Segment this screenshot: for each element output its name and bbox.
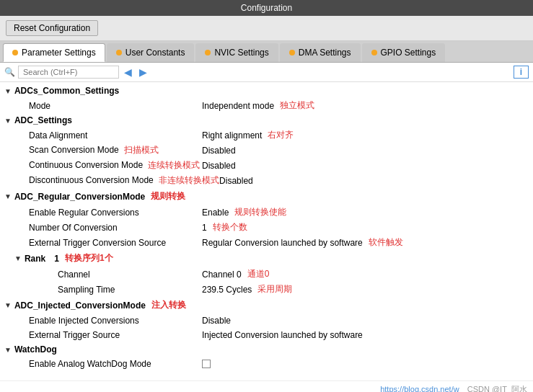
tab-dot-nvic — [205, 50, 211, 55]
info-button[interactable]: i — [514, 66, 529, 79]
row-value-sampling: 239.5 Cycles — [202, 285, 252, 295]
section-label-rank: Rank — [25, 254, 45, 264]
row-data-alignment: Data Alignment Right alignment 右对齐 — [0, 128, 533, 143]
collapse-arrow-watchdog: ▼ — [4, 346, 12, 354]
row-value-ext-trigger-injected: Injected Conversion launched by software — [202, 330, 363, 340]
section-header-adc-injected[interactable]: ▼ ADC_Injected_ConversionMode 注入转换 — [0, 297, 533, 313]
row-value-cn-ext-trigger: 软件触发 — [369, 236, 403, 249]
section-label-cn-adc-regular: 规则转换 — [151, 190, 185, 202]
tab-label-nvic: NVIC Settings — [214, 48, 268, 58]
watermark-author: CSDN @IT_阿水 — [467, 385, 527, 392]
row-label-watchdog-mode: Enable Analog WatchDog Mode — [0, 359, 202, 369]
section-label-adc-injected: ADC_Injected_ConversionMode — [14, 300, 146, 311]
collapse-arrow-adc-regular: ▼ — [4, 192, 12, 200]
tab-nvic[interactable]: NVIC Settings — [195, 43, 278, 62]
section-adc-settings: ▼ ADC_Settings Data Alignment Right alig… — [0, 113, 533, 188]
section-label-adc-settings: ADC_Settings — [14, 115, 72, 125]
tab-dot-gpio — [371, 50, 377, 55]
watermark: https://blog.csdn.net/w CSDN @IT_阿水 — [0, 380, 533, 392]
section-label-adc-common: ADCs_Common_Settings — [14, 86, 119, 96]
section-header-adc-settings[interactable]: ▼ ADC_Settings — [0, 113, 533, 128]
row-label-cn-continuous: 连续转换模式 — [148, 160, 200, 170]
row-discontinuous-conversion: Discontinuous Conversion Mode 非连续转换模式 Di… — [0, 173, 533, 188]
tab-dma[interactable]: DMA Settings — [280, 43, 361, 62]
row-ext-trigger: External Trigger Conversion Source Regul… — [0, 235, 533, 250]
row-label-channel: Channel — [0, 270, 202, 280]
section-label-adc-regular: ADC_Regular_ConversionMode — [14, 192, 145, 202]
section-header-adc-regular[interactable]: ▼ ADC_Regular_ConversionMode 规则转换 — [0, 188, 533, 205]
row-value-cn-data-alignment: 右对齐 — [268, 129, 294, 141]
row-enable-regular: Enable Regular Conversions Enable 规则转换使能 — [0, 205, 533, 220]
row-value-cn-number-conversion: 转换个数 — [213, 221, 247, 233]
title-label: Configuration — [241, 3, 292, 13]
row-value-discontinuous: Disabled — [219, 176, 253, 186]
section-adc-regular: ▼ ADC_Regular_ConversionMode 规则转换 Enable… — [0, 188, 533, 250]
row-value-continuous: Disabled — [202, 161, 236, 171]
row-value-data-alignment: Right alignment — [202, 130, 262, 141]
row-value-mode: Independent mode — [202, 101, 274, 111]
row-label-cn-scan: 扫描模式 — [124, 145, 159, 155]
section-header-watchdog[interactable]: ▼ WatchDog — [0, 342, 533, 357]
row-label-continuous: Continuous Conversion Mode 连续转换模式 — [0, 159, 202, 172]
row-value-enable-injected: Disable — [202, 316, 231, 326]
row-label-discontinuous: Discontinuous Conversion Mode 非连续转换模式 — [0, 174, 219, 187]
section-rank-value: 1 — [54, 254, 59, 264]
nav-prev-arrow[interactable]: ◀ — [122, 66, 134, 78]
row-watchdog-mode: Enable Analog WatchDog Mode — [0, 357, 533, 371]
tab-label-dma: DMA Settings — [299, 48, 351, 58]
section-adc-injected: ▼ ADC_Injected_ConversionMode 注入转换 Enabl… — [0, 297, 533, 342]
row-value-ext-trigger: Regular Conversion launched by software — [202, 238, 363, 248]
row-enable-injected: Enable Injected Conversions Disable — [0, 313, 533, 328]
row-value-channel: Channel 0 — [202, 270, 242, 280]
row-label-enable-injected: Enable Injected Conversions — [0, 316, 202, 326]
tab-label-gpio: GPIO Settings — [381, 48, 436, 58]
row-sampling-time: Sampling Time 239.5 Cycles 采用周期 — [0, 282, 533, 297]
tab-label-user: User Constants — [125, 48, 185, 58]
section-adc-common: ▼ ADCs_Common_Settings Mode Independent … — [0, 84, 533, 113]
tab-user-constants[interactable]: User Constants — [107, 43, 195, 62]
row-number-conversion: Number Of Conversion 1 转换个数 — [0, 220, 533, 235]
row-value-cn-sampling: 采用周期 — [257, 283, 292, 295]
search-bar: 🔍 ◀ ▶ i — [0, 63, 533, 82]
collapse-arrow-rank: ▼ — [14, 254, 22, 262]
reset-config-button[interactable]: Reset Configuration — [6, 20, 98, 36]
row-scan-conversion: Scan Conversion Mode 扫描模式 Disabled — [0, 143, 533, 158]
section-label-watchdog: WatchDog — [14, 344, 57, 355]
collapse-arrow-adc-injected: ▼ — [4, 301, 12, 309]
row-label-ext-trigger: External Trigger Conversion Source — [0, 238, 202, 248]
row-value-cn-channel: 通道0 — [247, 268, 270, 280]
row-label-mode: Mode — [0, 101, 202, 111]
section-rank: ▼ Rank 1 转换序列1个 Channel Channel 0 通道0 Sa… — [0, 250, 533, 297]
section-header-adc-common[interactable]: ▼ ADCs_Common_Settings — [0, 84, 533, 98]
row-label-number-conversion: Number Of Conversion — [0, 223, 202, 233]
tab-parameter[interactable]: Parameter Settings — [3, 43, 105, 62]
row-value-cn-enable-regular: 规则转换使能 — [234, 206, 286, 218]
section-header-rank[interactable]: ▼ Rank 1 转换序列1个 — [0, 250, 533, 267]
row-label-ext-trigger-injected: External Trigger Source — [0, 330, 202, 340]
content-area: ▼ ADCs_Common_Settings Mode Independent … — [0, 82, 533, 380]
section-watchdog: ▼ WatchDog Enable Analog WatchDog Mode — [0, 342, 533, 371]
tab-dot-user — [116, 50, 122, 55]
section-label-cn-adc-injected: 注入转换 — [151, 299, 186, 311]
collapse-arrow-adc-common: ▼ — [4, 87, 12, 95]
row-label-enable-regular: Enable Regular Conversions — [0, 208, 202, 218]
search-icon: 🔍 — [4, 67, 15, 77]
row-value-watchdog-checkbox[interactable] — [202, 360, 211, 368]
nav-next-arrow[interactable]: ▶ — [137, 66, 149, 78]
search-input[interactable] — [18, 66, 119, 79]
row-channel: Channel Channel 0 通道0 — [0, 267, 533, 282]
row-value-scan: Disabled — [202, 146, 236, 156]
row-value-cn-mode: 独立模式 — [280, 99, 314, 112]
tabs-bar: Parameter Settings User Constants NVIC S… — [0, 41, 533, 63]
tab-gpio[interactable]: GPIO Settings — [362, 43, 446, 62]
section-rank-value-cn: 转换序列1个 — [65, 252, 113, 264]
row-label-sampling: Sampling Time — [0, 285, 202, 295]
row-label-data-alignment: Data Alignment — [0, 130, 202, 141]
row-label-cn-discontinuous: 非连续转换模式 — [159, 175, 219, 185]
watermark-url: https://blog.csdn.net/w — [380, 385, 459, 392]
row-ext-trigger-injected: External Trigger Source Injected Convers… — [0, 328, 533, 342]
toolbar: Reset Configuration — [0, 16, 533, 41]
tab-dot-parameter — [12, 50, 18, 55]
tab-dot-dma — [289, 50, 295, 55]
tab-label-parameter: Parameter Settings — [22, 48, 96, 58]
